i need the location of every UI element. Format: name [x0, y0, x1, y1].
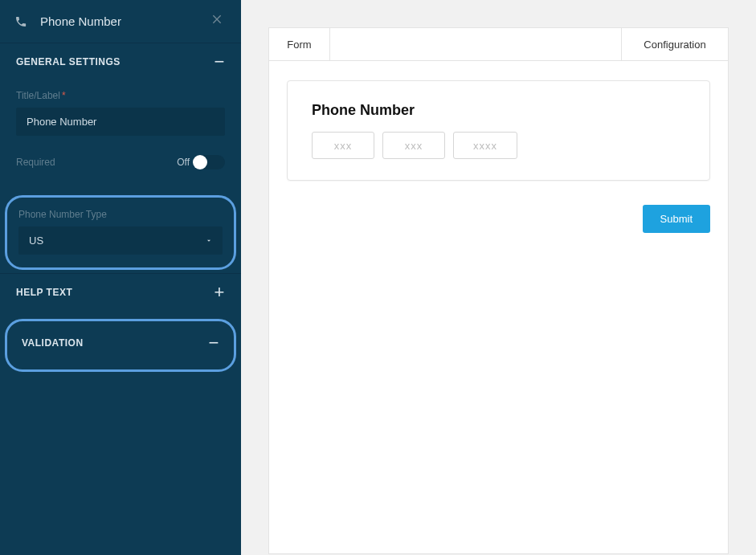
- tab-spacer: [330, 28, 622, 60]
- preview-main: Form Configuration Phone Number Submit: [241, 0, 756, 555]
- switch-knob: [193, 155, 207, 169]
- section-header-validation[interactable]: VALIDATION −: [9, 326, 232, 349]
- preview-tabs: Form Configuration: [268, 27, 729, 61]
- close-icon[interactable]: [207, 11, 227, 31]
- title-label-field-label: Title/Label*: [16, 90, 225, 101]
- phone-type-value: US: [29, 235, 43, 247]
- tab-configuration[interactable]: Configuration: [622, 28, 728, 60]
- preview-canvas: Phone Number Submit: [268, 61, 729, 554]
- title-label-input[interactable]: [16, 108, 225, 136]
- section-body-general: Title/Label* Required Off: [0, 90, 241, 189]
- phone-number-type-highlight: Phone Number Type US: [5, 195, 236, 270]
- phone-fields-row: [312, 132, 685, 159]
- expand-icon: +: [214, 288, 225, 296]
- section-heading: GENERAL SETTINGS: [16, 56, 121, 67]
- phone-type-label: Phone Number Type: [18, 209, 223, 220]
- phone-icon: [14, 14, 29, 29]
- section-heading: VALIDATION: [22, 337, 84, 349]
- sidebar-title: Phone Number: [40, 14, 121, 28]
- collapse-icon: −: [214, 58, 225, 66]
- section-heading: HELP TEXT: [16, 287, 72, 298]
- section-validation-highlight: VALIDATION −: [5, 319, 236, 372]
- section-header-help-text[interactable]: HELP TEXT +: [0, 274, 241, 311]
- submit-button[interactable]: Submit: [643, 205, 710, 233]
- section-header-general[interactable]: GENERAL SETTINGS −: [0, 43, 241, 80]
- phone-part-3-input[interactable]: [453, 132, 517, 159]
- required-state-text: Off: [177, 157, 190, 168]
- required-row: Required Off: [16, 155, 225, 169]
- required-toggle[interactable]: [193, 155, 225, 169]
- section-help-text: HELP TEXT +: [0, 273, 241, 311]
- phone-part-2-input[interactable]: [382, 132, 445, 159]
- sidebar-header: Phone Number: [0, 0, 241, 43]
- tab-form[interactable]: Form: [269, 28, 330, 60]
- settings-sidebar: Phone Number GENERAL SETTINGS − Title/La…: [0, 0, 241, 555]
- card-title: Phone Number: [312, 102, 685, 119]
- phone-number-card: Phone Number: [287, 80, 710, 181]
- required-label: Required: [16, 157, 55, 168]
- section-general-settings: GENERAL SETTINGS − Title/Label* Required…: [0, 43, 241, 273]
- label-text: Title/Label: [16, 90, 60, 101]
- required-star: *: [62, 90, 66, 101]
- phone-type-select-wrap: US: [18, 226, 223, 255]
- collapse-icon: −: [208, 339, 219, 347]
- phone-type-select[interactable]: US: [18, 226, 223, 255]
- submit-row: Submit: [287, 205, 710, 233]
- phone-part-1-input[interactable]: [312, 132, 374, 159]
- required-switch-group: Off: [177, 155, 225, 169]
